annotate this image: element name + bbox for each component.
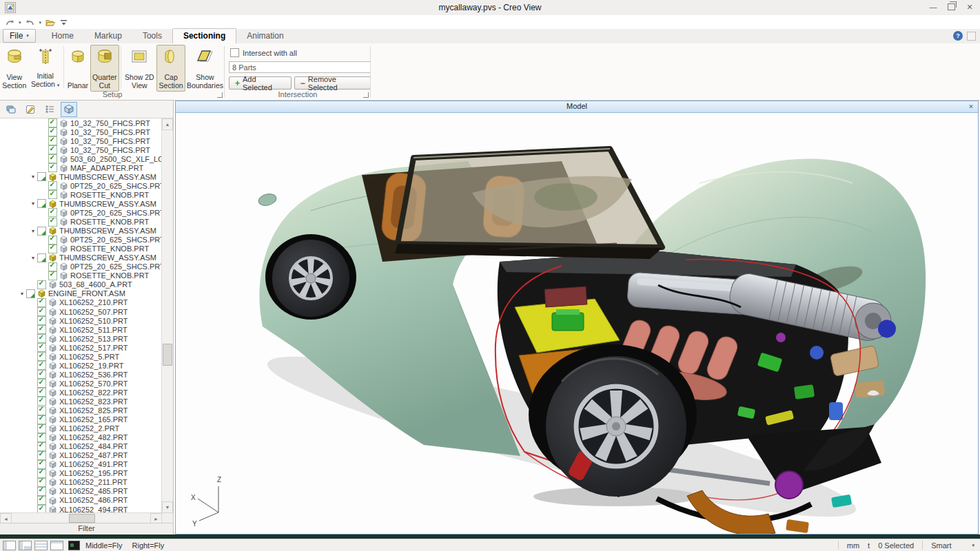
visibility-checkbox[interactable] [48, 136, 57, 145]
mass-indicator[interactable]: t [868, 541, 870, 550]
annotations-icon[interactable] [22, 102, 39, 117]
visibility-checkbox[interactable] [48, 145, 57, 154]
scroll-thumb[interactable] [163, 344, 172, 366]
visibility-checkbox[interactable] [37, 307, 46, 316]
visibility-checkbox[interactable] [37, 361, 46, 370]
visibility-checkbox[interactable] [48, 190, 57, 199]
visibility-checkbox[interactable] [37, 451, 46, 460]
visibility-checkbox[interactable] [48, 181, 57, 190]
intersect-with-all-checkbox[interactable] [230, 48, 239, 57]
view-section-button[interactable]: View Section [0, 45, 28, 92]
background-swatch-icon[interactable] [68, 541, 80, 550]
tree-item[interactable]: XL106252_485.PRT [0, 487, 162, 496]
tree-item[interactable]: XL106252_2.PRT [0, 424, 162, 433]
visibility-checkbox[interactable] [37, 487, 46, 496]
visibility-checkbox[interactable] [37, 442, 46, 451]
visibility-checkbox[interactable] [37, 343, 46, 352]
help-icon[interactable]: ? [953, 31, 963, 41]
visibility-checkbox[interactable] [48, 154, 57, 163]
tree-item[interactable]: 10_32_750_FHCS.PRT [0, 145, 162, 154]
visibility-checkbox[interactable] [37, 298, 46, 307]
scroll-up-icon[interactable]: ▲ [162, 118, 173, 130]
tree-item[interactable]: 0PT25_20_625_SHCS.PRT [0, 236, 162, 245]
tree-item[interactable]: ▼ THUMBSCREW_ASSY.ASM [0, 199, 162, 208]
parts-field[interactable] [229, 61, 371, 73]
ribbon-tab[interactable]: Sectioning [172, 28, 236, 44]
ribbon-tab[interactable]: Markup [84, 29, 132, 43]
expand-arrow-icon[interactable]: ▼ [29, 256, 37, 260]
visibility-checkbox[interactable] [37, 469, 46, 478]
tree-item[interactable]: 503_60_2500_SC_XLF_LOGO.PRT [0, 154, 162, 163]
visibility-checkbox[interactable] [37, 172, 46, 181]
tree-item[interactable]: XL106252_487.PRT [0, 451, 162, 460]
visibility-checkbox[interactable] [37, 325, 46, 334]
visibility-checkbox[interactable] [26, 289, 35, 298]
tree-item[interactable]: ▼ ENGINE_FRONT.ASM [0, 289, 162, 298]
show-boundaries-button[interactable]: Show Boundaries [185, 45, 225, 92]
tree-item[interactable]: XL106252_491.PRT [0, 460, 162, 469]
tree-item[interactable]: XL106252_486.PRT [0, 496, 162, 505]
visibility-checkbox[interactable] [48, 163, 57, 172]
tree-item[interactable]: 10_32_750_FHCS.PRT [0, 118, 162, 127]
visibility-checkbox[interactable] [37, 379, 46, 388]
layout-rows-icon[interactable] [34, 541, 48, 550]
tree-item[interactable]: ▼ THUMBSCREW_ASSY.ASM [0, 253, 162, 262]
tree-item[interactable]: XL106252_5.PRT [0, 352, 162, 361]
tree-item[interactable]: XL106252_510.PRT [0, 316, 162, 325]
layout-split-icon[interactable] [19, 541, 32, 550]
ribbon-tab[interactable]: Home [41, 29, 84, 43]
tree-item[interactable]: XL106252_822.PRT [0, 388, 162, 397]
tree-item[interactable]: XL106252_536.PRT [0, 370, 162, 379]
cap-section-button[interactable]: Cap Section [156, 45, 185, 92]
visibility-checkbox[interactable] [37, 424, 46, 433]
tree-item[interactable]: 0PT25_20_625_SHCS.PRT [0, 262, 162, 271]
customize-toolbar-icon[interactable] [58, 18, 69, 28]
tree-item[interactable]: XL106252_511.PRT [0, 325, 162, 334]
tree-item[interactable]: ROSETTE_KNOB.PRT [0, 218, 162, 227]
visibility-checkbox[interactable] [48, 118, 57, 127]
expand-arrow-icon[interactable]: ▼ [29, 201, 37, 206]
visibility-checkbox[interactable] [48, 127, 57, 136]
quarter-cut-button[interactable]: Quarter Cut [90, 45, 119, 92]
visibility-checkbox[interactable] [48, 218, 57, 227]
scroll-thumb[interactable] [69, 514, 95, 523]
expand-arrow-icon[interactable]: ▼ [29, 229, 37, 233]
ribbon-tab[interactable]: Animation [236, 29, 294, 43]
restore-button[interactable] [948, 3, 955, 10]
tree-item[interactable]: XL106252_825.PRT [0, 406, 162, 415]
close-button[interactable]: ✕ [965, 3, 974, 11]
expand-arrow-icon[interactable]: ▼ [29, 174, 37, 179]
pick-mode-dropdown[interactable]: Smart ▾ [931, 541, 977, 550]
minimize-ribbon-icon[interactable] [967, 32, 976, 41]
model-tree-icon[interactable] [61, 102, 77, 117]
redo-dropdown-icon[interactable]: ▾ [19, 20, 21, 25]
remove-selected-button[interactable]: − Remove Selected [294, 76, 371, 90]
visibility-checkbox[interactable] [37, 397, 46, 406]
visibility-checkbox[interactable] [37, 478, 46, 487]
visibility-checkbox[interactable] [37, 415, 46, 424]
tree-item[interactable]: 0PT25_20_625_SHCS.PRT [0, 208, 162, 217]
tree-item[interactable]: 503_68_4600_A.PRT [0, 280, 162, 289]
tree-item[interactable]: MAF_ADAPTER.PRT [0, 163, 162, 172]
tree-item[interactable]: XL106252_210.PRT [0, 298, 162, 307]
units-indicator[interactable]: mm [847, 541, 859, 550]
tree-item[interactable]: 0PT25_20_625_SHCS.PRT [0, 181, 162, 190]
minimize-button[interactable]: — [928, 3, 938, 11]
visibility-checkbox[interactable] [37, 496, 46, 505]
tree-item[interactable]: XL106252_195.PRT [0, 469, 162, 478]
tree-item[interactable]: XL106252_165.PRT [0, 415, 162, 424]
layout-single-icon[interactable] [3, 541, 16, 550]
model-canvas[interactable]: Z X Y [176, 113, 978, 534]
tree-item[interactable]: XL106252_19.PRT [0, 361, 162, 370]
tree-horizontal-scrollbar[interactable]: ◄ ► [0, 512, 162, 523]
show-2d-view-button[interactable]: Show 2D View [122, 45, 156, 92]
tree-item[interactable]: XL106252_507.PRT [0, 307, 162, 316]
visibility-checkbox[interactable] [37, 227, 46, 236]
initial-section-button[interactable]: Initial Section ▾ [28, 45, 61, 92]
redo-icon[interactable] [4, 18, 15, 28]
tree-item[interactable]: ROSETTE_KNOB.PRT [0, 190, 162, 199]
tree-item[interactable]: XL106252_570.PRT [0, 379, 162, 388]
undo-dropdown-icon[interactable]: ▾ [39, 20, 42, 25]
views-list-icon[interactable] [41, 102, 58, 117]
visibility-checkbox[interactable] [37, 334, 46, 343]
